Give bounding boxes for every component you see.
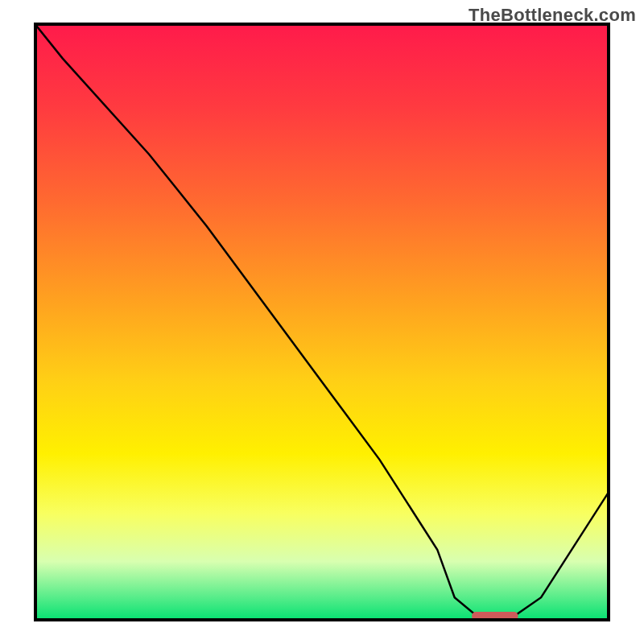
chart-container: TheBottleneck.com — [0, 0, 644, 644]
optimal-range-marker — [472, 612, 518, 621]
chart-svg — [34, 23, 610, 621]
plot-area — [34, 23, 610, 621]
watermark-label: TheBottleneck.com — [469, 5, 636, 26]
bottleneck-curve — [34, 23, 610, 621]
